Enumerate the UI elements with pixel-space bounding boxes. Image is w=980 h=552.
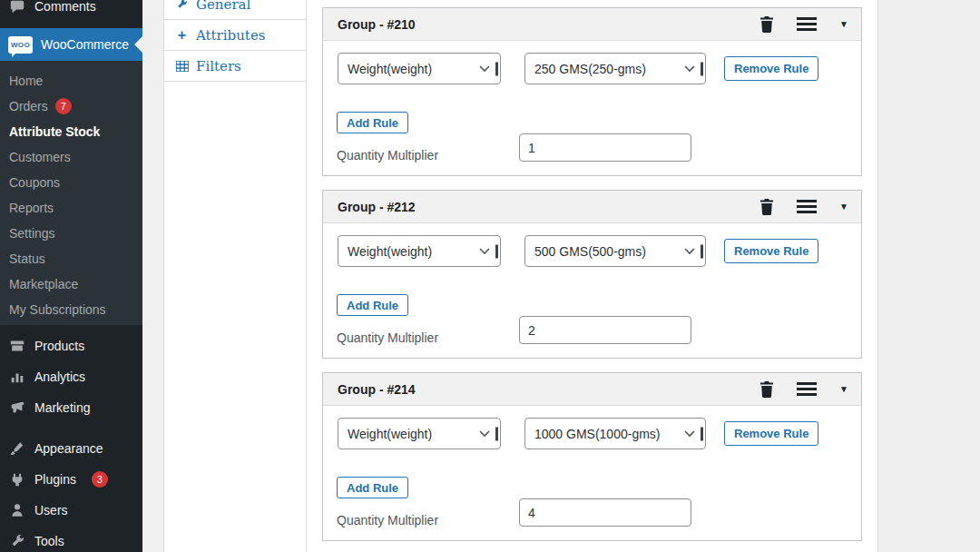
submenu-item-settings[interactable]: Settings — [0, 221, 142, 246]
users-icon — [8, 501, 26, 519]
admin-menu-upper: Products Analytics Marketing — [0, 330, 142, 423]
select-scrollbar — [495, 427, 498, 440]
drag-handle-icon[interactable] — [797, 200, 817, 213]
select-scrollbar — [495, 62, 498, 75]
admin-sidebar: Comments WOO WooCommerce Home Orders7 At… — [0, 0, 142, 552]
drag-handle-icon[interactable] — [797, 382, 817, 396]
woocommerce-submenu: Home Orders7 Attribute Stock Customers C… — [0, 61, 142, 325]
chevron-down-icon — [479, 248, 490, 255]
plugins-count-badge: 3 — [92, 471, 108, 488]
sidebar-item-tools[interactable]: Tools — [0, 526, 142, 552]
sidebar-item-label: Comments — [34, 0, 96, 14]
group-title: Group - #212 — [338, 200, 416, 214]
submenu-item-coupons[interactable]: Coupons — [0, 170, 142, 195]
sidebar-item-marketing[interactable]: Marketing — [0, 392, 142, 423]
quantity-multiplier-label: Quantity Multiplier — [337, 330, 438, 345]
select-scrollbar — [495, 244, 498, 258]
marketing-icon — [8, 399, 26, 417]
quantity-multiplier-input[interactable] — [519, 133, 691, 162]
group-header[interactable]: Group - #212 ▼ — [323, 191, 861, 223]
chevron-down-icon — [684, 430, 695, 438]
quantity-multiplier-input[interactable] — [519, 498, 691, 527]
submenu-item-attribute-stock[interactable]: Attribute Stock — [0, 119, 142, 144]
submenu-item-my-subscriptions[interactable]: My Subscriptions — [0, 297, 142, 322]
remove-rule-button[interactable]: Remove Rule — [724, 56, 818, 81]
analytics-icon — [8, 368, 26, 386]
attribute-select[interactable]: Weight(weight) — [338, 235, 501, 267]
chevron-down-icon — [479, 430, 490, 438]
submenu-item-orders[interactable]: Orders7 — [0, 94, 142, 119]
wrench-icon — [175, 0, 189, 10]
chevron-down-icon — [684, 65, 695, 73]
plugins-icon — [8, 470, 26, 488]
sidebar-item-products[interactable]: Products — [0, 330, 142, 361]
quantity-multiplier-label: Quantity Multiplier — [337, 513, 438, 527]
sidebar-item-label: WooCommerce — [41, 37, 129, 52]
products-icon — [8, 337, 26, 355]
chevron-down-icon — [684, 248, 695, 255]
settings-tabs-column: General + Attributes Filters — [163, 0, 307, 552]
attribute-group-panel: Group - #214 ▼ Weight(weight) 1000 GMS(1… — [322, 372, 862, 541]
collapse-caret-icon[interactable]: ▼ — [839, 20, 848, 29]
collapse-caret-icon[interactable]: ▼ — [839, 202, 848, 212]
group-title: Group - #210 — [338, 17, 416, 32]
woocommerce-logo-icon: WOO — [8, 36, 33, 54]
delete-group-icon[interactable] — [760, 381, 774, 398]
tools-icon — [8, 532, 26, 550]
submenu-item-customers[interactable]: Customers — [0, 144, 142, 170]
sidebar-item-analytics[interactable]: Analytics — [0, 361, 142, 392]
submenu-item-marketplace[interactable]: Marketplace — [0, 271, 142, 297]
sidebar-item-comments[interactable]: Comments — [0, 0, 142, 22]
appearance-icon — [8, 439, 26, 458]
quantity-multiplier-input[interactable] — [519, 316, 691, 344]
submenu-item-status[interactable]: Status — [0, 246, 142, 271]
sidebar-item-appearance[interactable]: Appearance — [0, 433, 142, 464]
add-rule-button[interactable]: Add Rule — [337, 294, 408, 316]
current-menu-arrow-icon — [134, 36, 142, 53]
sidebar-item-woocommerce[interactable]: WOO WooCommerce — [0, 28, 142, 61]
term-select[interactable]: 1000 GMS(1000-gms) — [524, 418, 706, 449]
quantity-multiplier-label: Quantity Multiplier — [337, 148, 438, 163]
attribute-group-panel: Group - #212 ▼ Weight(weight) 500 GMS(50… — [322, 190, 862, 359]
sidebar-item-users[interactable]: Users — [0, 495, 142, 526]
attribute-select[interactable]: Weight(weight) — [338, 53, 501, 84]
group-header[interactable]: Group - #210 ▼ — [323, 8, 861, 41]
add-rule-button[interactable]: Add Rule — [337, 477, 408, 498]
delete-group-icon[interactable] — [760, 199, 774, 215]
submenu-item-home[interactable]: Home — [0, 68, 142, 94]
orders-count-badge: 7 — [55, 98, 72, 114]
remove-rule-button[interactable]: Remove Rule — [724, 239, 818, 263]
comments-icon — [8, 0, 26, 15]
select-scrollbar — [701, 62, 703, 75]
tab-general[interactable]: General — [164, 0, 306, 20]
select-scrollbar — [701, 427, 703, 440]
delete-group-icon[interactable] — [760, 16, 774, 33]
attribute-select[interactable]: Weight(weight) — [338, 418, 501, 449]
sidebar-item-plugins[interactable]: Plugins 3 — [0, 464, 142, 495]
group-header[interactable]: Group - #214 ▼ — [323, 373, 861, 406]
submenu-item-reports[interactable]: Reports — [0, 195, 142, 221]
select-scrollbar — [701, 244, 703, 258]
group-title: Group - #214 — [338, 382, 416, 397]
remove-rule-button[interactable]: Remove Rule — [724, 421, 818, 446]
attribute-group-panel: Group - #210 ▼ Weight(weight) 250 GMS(25… — [322, 7, 862, 176]
add-rule-button[interactable]: Add Rule — [337, 112, 408, 133]
attribute-stock-content: Group - #210 ▼ Weight(weight) 250 GMS(25… — [307, 0, 878, 552]
collapse-caret-icon[interactable]: ▼ — [839, 385, 848, 394]
table-icon — [175, 61, 189, 72]
term-select[interactable]: 500 GMS(500-gms) — [524, 235, 706, 267]
plus-icon: + — [175, 27, 189, 44]
tab-filters[interactable]: Filters — [164, 51, 306, 82]
term-select[interactable]: 250 GMS(250-gms) — [524, 53, 706, 84]
tab-attributes[interactable]: + Attributes — [164, 20, 306, 51]
chevron-down-icon — [479, 65, 490, 73]
drag-handle-icon[interactable] — [797, 17, 817, 31]
admin-menu-lower: Appearance Plugins 3 Users Tools — [0, 433, 142, 552]
